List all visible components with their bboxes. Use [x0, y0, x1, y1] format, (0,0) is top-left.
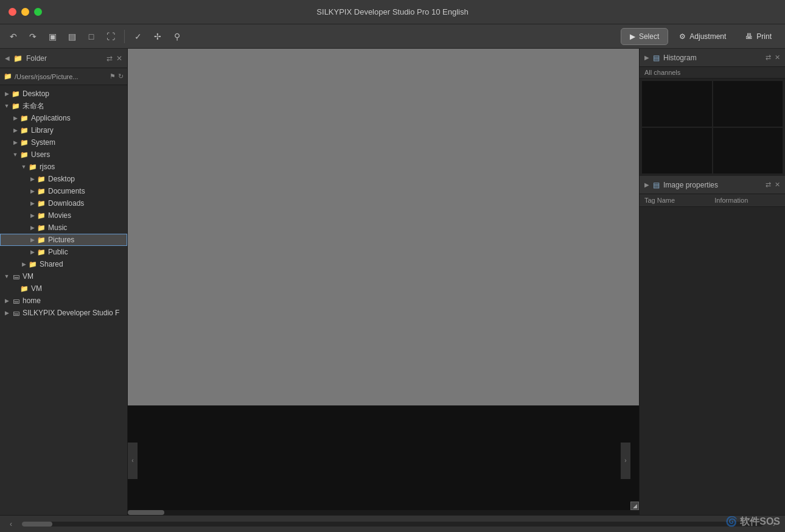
sidebar-expand-icon[interactable]: ⇄	[106, 54, 113, 63]
toolbar: ↶ ↷ ▣ ▤ □ ⛶ ✓ ✢ ⚲ ▶ Select ⚙ Adjustment …	[0, 24, 785, 49]
tree-label-pictures: Pictures	[48, 236, 74, 244]
bottom-scrollbar[interactable]	[22, 522, 763, 527]
sidebar-close-icon[interactable]: ✕	[116, 54, 122, 63]
back-btn[interactable]: ↶	[5, 28, 22, 45]
tree-label-users: Users	[31, 150, 50, 159]
thumbnail-strip[interactable]: ‹ › ◢	[128, 405, 639, 515]
tree-item-public[interactable]: ▶ 📁 Public	[0, 246, 127, 258]
main-area: ◀ 📁 Folder ⇄ ✕ 📁 /Users/rjsos/Picture...…	[0, 49, 785, 515]
titlebar: SILKYPIX Developer Studio Pro 10 English	[0, 0, 785, 24]
image-properties-options-icon[interactable]: ⇄	[766, 181, 771, 189]
image-properties-header: ▶ ▤ Image properties ⇄ ✕	[640, 176, 785, 194]
tree-folder-icon-desktop: 📁	[11, 89, 21, 98]
image-properties-panel: ▶ ▤ Image properties ⇄ ✕ Tag Name Inform…	[640, 176, 785, 515]
path-refresh-icon[interactable]: ↻	[118, 72, 124, 80]
bottom-scrollbar-thumb[interactable]	[22, 522, 52, 527]
path-folder-icon: 📁	[4, 72, 12, 80]
bottom-forward-btn[interactable]: ›	[768, 518, 780, 530]
thumbnail-scrollbar-thumb[interactable]	[128, 510, 164, 515]
tree-arrow-unnamed: ▼	[2, 102, 11, 110]
path-bookmark-icon[interactable]: ⚑	[110, 72, 116, 80]
tree-item-system[interactable]: ▶ 📁 System	[0, 136, 127, 149]
forward-btn[interactable]: ↷	[24, 28, 41, 45]
tree-item-music[interactable]: ▶ 📁 Music	[0, 222, 127, 234]
tree-folder-icon-vm: 📁	[19, 284, 29, 293]
histogram-options-icon[interactable]: ⇄	[766, 54, 771, 61]
tree-folder-icon-vm-group: 🖴	[11, 272, 21, 281]
close-button[interactable]	[9, 8, 16, 16]
print-icon: 🖶	[745, 32, 753, 41]
tree-arrow-pictures: ▶	[28, 236, 37, 244]
tree-item-pictures[interactable]: ▶ 📁 Pictures	[0, 234, 127, 246]
image-properties-collapse-arrow[interactable]: ▶	[644, 181, 649, 188]
tree-label-desktop: Desktop	[23, 89, 49, 98]
tree-item-applications[interactable]: ▶ 📁 Applications	[0, 112, 127, 124]
fullscreen-btn[interactable]: ⛶	[102, 28, 119, 45]
sidebar-collapse-btn[interactable]: ◀	[5, 55, 10, 61]
tree-item-vm-group[interactable]: ▼ 🖴 VM	[0, 270, 127, 282]
strip-nav-right[interactable]: ›	[621, 443, 630, 479]
tree-item-desktop[interactable]: ▶ 📁 Desktop	[0, 88, 127, 100]
center-area: ‹ › ◢	[128, 49, 639, 515]
image-properties-title-area: ▤ Image properties	[653, 181, 762, 189]
adjustment-button[interactable]: ⚙ Adjustment	[671, 28, 734, 45]
grid-view-btn[interactable]: ▣	[44, 28, 61, 45]
tree-label-library: Library	[31, 126, 54, 135]
tree-label-home: home	[23, 296, 41, 305]
print-label: Print	[756, 32, 772, 41]
strip-corner-btn[interactable]: ◢	[630, 502, 639, 510]
tree-item-silkypix[interactable]: ▶ 🖴 SILKYPIX Developer Studio F	[0, 307, 127, 319]
histogram-channel-1	[642, 81, 712, 127]
list-view-btn[interactable]: ▤	[63, 28, 80, 45]
tree-item-users[interactable]: ▼ 📁 Users	[0, 149, 127, 161]
tree-item-downloads[interactable]: ▶ 📁 Downloads	[0, 197, 127, 209]
tree-folder-icon-music: 📁	[37, 223, 46, 232]
separator-1	[124, 30, 125, 43]
histogram-collapse-arrow[interactable]: ▶	[644, 54, 649, 61]
tree-item-shared[interactable]: ▶ 📁 Shared	[0, 258, 127, 270]
tree-arrow-home: ▶	[2, 296, 11, 305]
thumbnail-scrollbar[interactable]	[128, 510, 639, 515]
tree-label-documents: Documents	[48, 187, 85, 195]
image-view[interactable]	[128, 49, 639, 405]
minimize-button[interactable]	[21, 8, 29, 16]
tree-item-home[interactable]: ▶ 🖴 home	[0, 295, 127, 307]
tree-arrow-users: ▼	[11, 150, 19, 159]
sidebar-path-bar: 📁 /Users/rjsos/Picture... ⚑ ↻	[0, 68, 127, 85]
search-btn[interactable]: ⚲	[169, 28, 186, 45]
histogram-panel: ▶ ▤ Histogram ⇄ ✕ All channels	[640, 49, 785, 176]
tree-item-movies[interactable]: ▶ 📁 Movies	[0, 209, 127, 222]
select-button[interactable]: ▶ Select	[621, 28, 668, 45]
tree-item-library[interactable]: ▶ 📁 Library	[0, 124, 127, 136]
tree-item-folder-desktop[interactable]: ▶ 📁 Desktop	[0, 173, 127, 185]
histogram-close-icon[interactable]: ✕	[775, 54, 780, 61]
bottom-back-btn[interactable]: ‹	[5, 518, 17, 530]
image-properties-icon: ▤	[653, 181, 660, 189]
tree-arrow-music: ▶	[28, 223, 37, 232]
folder-tree: ▶ 📁 Desktop ▼ 📁 未命名 ▶ 📁 Applications ▶ 📁…	[0, 85, 127, 515]
histogram-header: ▶ ▤ Histogram ⇄ ✕	[640, 49, 785, 67]
single-view-btn[interactable]: □	[83, 28, 100, 45]
tree-item-vm[interactable]: ▶ 📁 VM	[0, 282, 127, 295]
tree-item-rjsos[interactable]: ▼ 📁 rjsos	[0, 161, 127, 173]
tree-label-unnamed: 未命名	[23, 101, 44, 111]
histogram-area	[640, 79, 785, 176]
tree-label-movies: Movies	[48, 211, 71, 220]
tree-arrow-downloads: ▶	[28, 199, 37, 208]
histogram-title: Histogram	[663, 54, 697, 62]
print-button[interactable]: 🖶 Print	[737, 28, 780, 45]
edit-btn[interactable]: ✢	[149, 28, 166, 45]
select-label: Select	[639, 32, 659, 41]
tree-folder-icon-users: 📁	[19, 150, 29, 159]
sidebar-title: Folder	[26, 54, 103, 63]
strip-nav-left[interactable]: ‹	[128, 443, 138, 479]
image-properties-body: Tag Name Information	[640, 194, 785, 515]
tree-item-unnamed[interactable]: ▼ 📁 未命名	[0, 100, 127, 112]
maximize-button[interactable]	[34, 8, 42, 16]
file-browser-sidebar: ◀ 📁 Folder ⇄ ✕ 📁 /Users/rjsos/Picture...…	[0, 49, 128, 515]
tree-item-documents[interactable]: ▶ 📁 Documents	[0, 185, 127, 197]
histogram-header-icons: ⇄ ✕	[766, 54, 780, 61]
tree-label-rjsos: rjsos	[40, 163, 55, 171]
check-btn[interactable]: ✓	[130, 28, 147, 45]
image-properties-close-icon[interactable]: ✕	[775, 181, 780, 189]
